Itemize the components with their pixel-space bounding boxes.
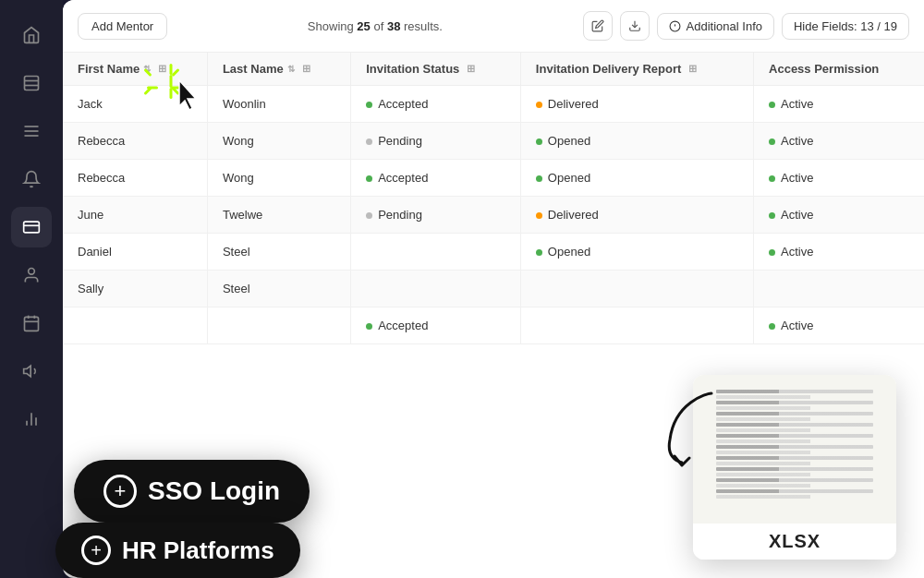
col-access-permission[interactable]: Access Permission [754, 53, 924, 86]
sidebar-item-card[interactable] [11, 207, 52, 247]
table-cell: Twelwe [207, 197, 350, 234]
sso-plus-icon: + [103, 475, 137, 508]
status-dot [536, 102, 542, 108]
svg-point-8 [29, 269, 35, 275]
table-cell: Woonlin [207, 86, 350, 123]
table-row: DanielSteelOpenedActive [63, 234, 924, 271]
table-cell: Active [754, 307, 924, 344]
svg-rect-9 [25, 317, 39, 331]
data-table: First Name ⇅ ⊞ Last Name ⇅ ⊞ [63, 53, 924, 344]
toolbar-actions: Additional Info Hide Fields: 13 / 19 [583, 11, 909, 41]
xlsx-label: XLSX [693, 524, 896, 560]
hide-fields-button[interactable]: Hide Fields: 13 / 19 [782, 13, 909, 40]
table-cell: Pending [351, 197, 521, 234]
status-dot [366, 102, 372, 108]
table-cell: Accepted [351, 160, 521, 197]
col-last-name[interactable]: Last Name ⇅ ⊞ [207, 53, 350, 86]
table-cell: Jack [63, 86, 207, 123]
table-cell: Active [754, 160, 924, 197]
table-cell [520, 271, 753, 307]
sort-icon: ⇅ [287, 64, 295, 74]
download-icon-button[interactable] [620, 11, 650, 41]
status-dot [769, 212, 775, 219]
table-row: AcceptedActive [63, 307, 924, 344]
add-mentor-button[interactable]: Add Mentor [78, 13, 167, 40]
table-cell: Delivered [520, 86, 753, 123]
status-dot [536, 249, 542, 256]
table-cell: Steel [207, 234, 350, 271]
sidebar [0, 0, 63, 578]
status-dot [769, 138, 775, 145]
status-dot [769, 323, 775, 330]
hr-plus-icon: + [81, 536, 111, 565]
toolbar: Add Mentor Showing 25 of 38 results. Add… [63, 0, 924, 53]
table-cell: Pending [351, 123, 521, 160]
col-invitation-status[interactable]: Invitation Status ⊞ [351, 53, 521, 86]
table-cell [63, 307, 207, 344]
table-cell: Delivered [520, 197, 753, 234]
sidebar-item-menu[interactable] [11, 111, 52, 151]
table-cell [351, 234, 521, 271]
table-cell: Wong [207, 160, 350, 197]
sidebar-item-list[interactable] [11, 63, 52, 103]
table-cell: Active [754, 197, 924, 234]
filter-icon: ⊞ [467, 63, 475, 75]
status-dot [536, 175, 542, 182]
filter-icon: ⊞ [158, 63, 166, 75]
additional-info-button[interactable]: Additional Info [657, 13, 774, 40]
sidebar-item-bell[interactable] [11, 159, 52, 199]
table-cell: Rebecca [63, 123, 207, 160]
status-dot [366, 323, 372, 330]
table-cell: Active [754, 123, 924, 160]
status-dot [536, 138, 542, 145]
sidebar-item-calendar[interactable] [11, 303, 52, 343]
xlsx-preview [693, 375, 896, 524]
table-cell [351, 271, 521, 307]
status-dot [769, 175, 775, 182]
edit-icon-button[interactable] [583, 11, 613, 41]
table-row: RebeccaWongPendingOpenedActive [63, 123, 924, 160]
table-cell: Active [754, 234, 924, 271]
hr-platforms-label: HR Platforms [122, 536, 274, 565]
table-cell [207, 307, 350, 344]
xlsx-lines [716, 390, 873, 510]
hr-platforms-overlay[interactable]: + HR Platforms [55, 523, 300, 578]
col-delivery-report[interactable]: Invitation Delivery Report ⊞ [520, 53, 753, 86]
svg-marker-13 [24, 366, 31, 377]
sso-login-overlay[interactable]: + SSO Login [74, 460, 310, 523]
status-dot [366, 212, 372, 219]
table-cell: Rebecca [63, 160, 207, 197]
table-cell [520, 307, 753, 344]
svg-rect-6 [24, 222, 40, 233]
table-row: JuneTwelwePendingDeliveredActive [63, 197, 924, 234]
table-cell: Opened [520, 160, 753, 197]
table-cell [754, 271, 924, 307]
sidebar-item-megaphone[interactable] [11, 351, 52, 391]
showing-results: Showing 25 of 38 results. [176, 19, 573, 33]
sso-login-label: SSO Login [148, 476, 280, 506]
table-cell: Daniel [63, 234, 207, 271]
table-cell: Active [754, 86, 924, 123]
table-header-row: First Name ⇅ ⊞ Last Name ⇅ ⊞ [63, 53, 924, 86]
table-cell: Opened [520, 234, 753, 271]
table-cell: Sally [63, 271, 207, 307]
svg-rect-0 [25, 77, 39, 90]
table-cell: Opened [520, 123, 753, 160]
table-row: JackWoonlinAcceptedDeliveredActive [63, 86, 924, 123]
table-cell: Accepted [351, 86, 521, 123]
table-row: RebeccaWongAcceptedOpenedActive [63, 160, 924, 197]
table-cell: Wong [207, 123, 350, 160]
sidebar-item-chart[interactable] [11, 399, 52, 440]
status-dot [366, 175, 372, 182]
status-dot [366, 138, 372, 145]
status-dot [769, 249, 775, 256]
table-cell: Steel [207, 271, 350, 307]
filter-icon: ⊞ [688, 63, 697, 75]
col-first-name[interactable]: First Name ⇅ ⊞ [63, 53, 207, 86]
filter-icon: ⊞ [302, 63, 310, 75]
xlsx-overlay: XLSX [693, 375, 896, 560]
sidebar-item-user[interactable] [11, 255, 52, 295]
status-dot [536, 212, 542, 219]
sidebar-item-home[interactable] [11, 15, 52, 55]
table-cell: Accepted [351, 307, 521, 344]
